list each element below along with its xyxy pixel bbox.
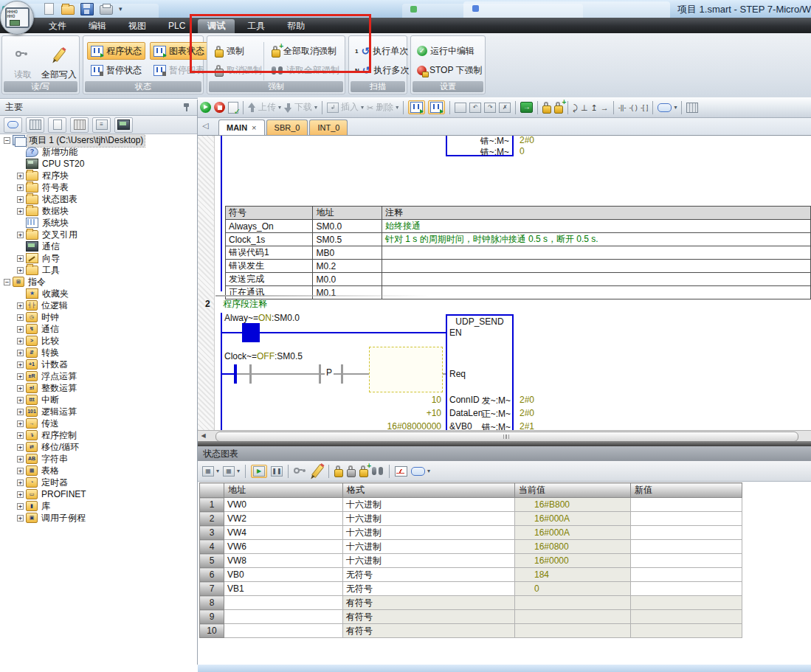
addressing-button[interactable]: ▾ [658,103,677,112]
tab-int0[interactable]: INT_0 [309,119,348,135]
horizontal-splitter[interactable] [198,441,811,446]
tree-item-floating-point-math[interactable]: +浮点运算 [0,370,198,382]
unforce-button[interactable] [347,465,356,477]
insert-coil-tool[interactable]: -( ) [629,103,638,113]
table-row[interactable]: 1VW0十六进制16#B800 [200,498,742,512]
tree-item-compare[interactable]: +比较 [0,335,198,347]
stop-force-button[interactable]: STOP 下强制 [413,61,486,79]
table-row[interactable]: 2VW2十六进制16#000A [200,512,742,526]
pause-status-button[interactable]: 暂停状态 [87,61,145,79]
ladder-editor[interactable]: 错~:M~ 错~:M~ 2#0 0 符号 地址 注释 Always_OnSM0.… [198,136,811,430]
tree-item-profinet[interactable]: +PROFINET [0,488,198,500]
tab-scroll-left-icon[interactable]: ◁ [202,121,208,131]
clear-bookmarks-button[interactable]: ✗ [499,103,511,113]
insert-contact-tool[interactable]: -||- [618,103,627,113]
program-status-toggle[interactable] [408,100,425,114]
line-up-tool[interactable]: ↥ [590,103,597,113]
close-icon[interactable]: × [252,121,256,135]
trend-view-button[interactable] [395,466,407,477]
delete-button[interactable]: ✂删除▾ [367,101,398,114]
tree-item-call-subroutines[interactable]: +调用子例程 [0,512,198,524]
tree-item-wizards[interactable]: +向导 [0,252,198,264]
qat-overflow-icon[interactable]: ▾ [119,5,122,13]
pause-chart-button[interactable]: ❚❚ [271,466,283,477]
table-row[interactable]: 9有符号 [200,610,742,624]
tree-item-convert[interactable]: +转换 [0,347,198,358]
new-document-icon[interactable] [44,3,54,15]
download-button[interactable]: 下载▾ [284,101,317,114]
communications-view-button[interactable] [114,117,133,133]
addressing-button[interactable]: ▾ [411,467,430,476]
unforce-all-button[interactable]: + [359,465,368,477]
tree-item-symbol-table[interactable]: +符号表 [0,181,198,193]
tree-item-move[interactable]: +传送 [0,418,198,429]
chart-status-toggle[interactable] [428,100,445,114]
branch-up-tool[interactable]: ⊥ [581,103,588,113]
open-folder-icon[interactable] [61,5,75,15]
read-button[interactable]: 读取 [5,41,41,85]
table-row[interactable]: 4VW6十六进制16#0800 [200,540,742,554]
table-row[interactable]: 6VB0无符号184 [200,568,742,582]
tree-item-bit-logic[interactable]: +位逻辑 [0,299,198,311]
tree-item-favorites[interactable]: ★收藏夹 [0,288,198,299]
tab-file[interactable]: 文件 [39,19,76,33]
tree-item-status-chart[interactable]: +状态图表 [0,193,198,205]
delete-row-button[interactable]: ▦▾ [223,466,240,477]
tree-item-whats-new[interactable]: ?新增功能 [0,146,198,158]
tree-item-table[interactable]: +表格 [0,465,198,477]
tree-item-shift-rotate[interactable]: +移位/循环 [0,441,198,453]
table-row[interactable]: 5VW8十六进制16#0000 [200,554,742,568]
tree-item-project-root[interactable]: −项目 1 (C:\Users\tjh\Desktop) [0,134,198,146]
tree-item-program-block[interactable]: +程序块 [0,170,198,181]
selection-placeholder-box[interactable] [369,347,443,392]
table-row[interactable]: 3VW4十六进制16#000A [200,526,742,540]
tree-item-tools[interactable]: +工具 [0,264,198,276]
table-row[interactable]: 8有符号 [200,596,742,610]
system-block-view-button[interactable] [70,117,89,133]
tree-item-integer-math[interactable]: +整数运算 [0,382,198,394]
previous-bookmark-button[interactable]: ↶ [469,103,481,113]
tab-edit[interactable]: 编辑 [79,19,116,33]
branch-down-tool[interactable]: ⤸ [573,103,578,113]
scrollbar-thumb[interactable] [215,432,798,442]
editor-horizontal-scrollbar[interactable]: ◀ [198,430,811,441]
unforce-all-toolbar-button[interactable]: + [554,102,563,113]
read-all-forced-button[interactable] [372,467,384,475]
status-chart-table[interactable]: 地址 格式 当前值 新值 1VW0十六进制16#B800 2VW2十六进制16#… [199,482,742,638]
tree-item-cross-reference[interactable]: +交叉引用 [0,229,198,240]
insert-box-tool[interactable]: -[ ] [641,103,649,113]
run-button[interactable] [200,102,211,113]
tree-item-communications-instr[interactable]: +通信 [0,323,198,335]
tree-item-communications[interactable]: 通信 [0,240,198,252]
tree-item-system-block[interactable]: 系统块 [0,217,198,229]
save-icon[interactable] [80,3,94,15]
tab-sbr0[interactable]: SBR_0 [266,119,308,135]
network-comment[interactable]: 程序段注释 [223,298,267,311]
cross-reference-view-button[interactable]: ≡ [92,117,111,133]
tree-item-interrupt[interactable]: +中断 [0,394,198,406]
data-block-view-button[interactable] [48,117,66,133]
scroll-left-icon[interactable]: ◀ [198,431,209,441]
application-menu-button[interactable]: HHHOHHO [0,1,34,35]
write-all-button[interactable]: 全部写入 [41,41,77,85]
tree-item-counters[interactable]: +计数器 [0,358,198,370]
tab-view[interactable]: 视图 [119,19,156,33]
tree-item-cpu-st20[interactable]: CPU ST20 [0,158,198,170]
table-view-button[interactable] [686,103,698,113]
force-button[interactable] [334,465,343,477]
run-edit-button[interactable]: ✓运行中编辑 [413,42,478,60]
pin-icon[interactable] [183,103,190,112]
line-right-tool[interactable]: → [601,103,609,113]
read-button[interactable] [294,468,308,475]
bookmark-button[interactable] [455,103,466,113]
tab-main[interactable]: MAIN× [218,119,265,135]
write-button[interactable] [312,464,323,478]
tree-item-clock[interactable]: +时钟 [0,311,198,323]
stop-button[interactable] [214,102,225,113]
tree-item-data-block[interactable]: +数据块 [0,205,198,217]
force-toolbar-button[interactable] [542,102,551,113]
tree-item-timers[interactable]: +定时器 [0,477,198,488]
tree-item-libraries[interactable]: +库 [0,500,198,512]
next-bookmark-button[interactable]: ↷ [484,103,496,113]
table-row[interactable]: 7VB1无符号0 [200,582,742,596]
